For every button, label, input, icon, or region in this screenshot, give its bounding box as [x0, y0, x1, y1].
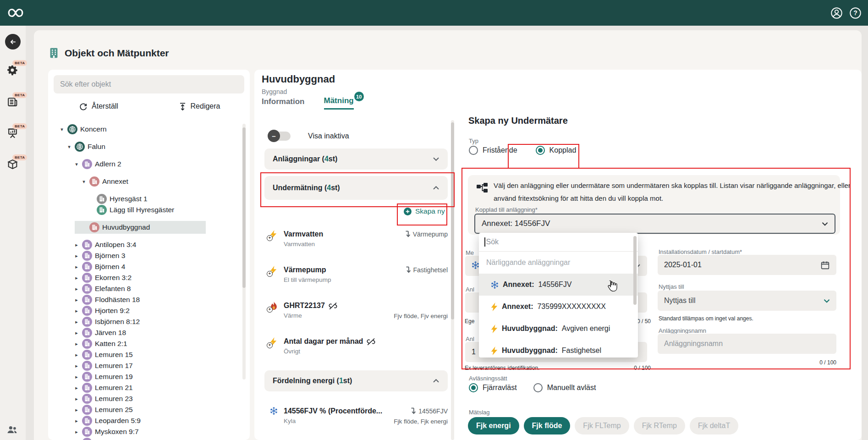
dropdown-option[interactable]: Huvudbyggnad: Fastighetsel: [479, 340, 638, 358]
accordion-anlaggningar[interactable]: Anläggningar (4 st): [264, 148, 448, 170]
tree-item-leoparden-5-9[interactable]: ▸Leoparden 5:9: [54, 415, 242, 426]
tree-item-lemuren-15[interactable]: ▸Lemuren 15: [54, 349, 242, 360]
meter-row[interactable]: +VarmvattenVarmvattenVärmepump: [262, 227, 450, 263]
rail-item-1[interactable]: BETA: [7, 64, 19, 76]
caret-right-icon[interactable]: ▸: [74, 352, 79, 358]
people-icon[interactable]: [6, 424, 18, 437]
detail-scrollbar[interactable]: [451, 120, 454, 440]
back-button[interactable]: [5, 34, 21, 50]
caret-down-icon[interactable]: ▾: [59, 126, 65, 132]
info-line-2: använd fritextsökning för att hitta den …: [494, 194, 663, 202]
dropdown-option[interactable]: Annexet: 735999XXXXXXXXX: [479, 296, 638, 318]
caret-right-icon[interactable]: ▸: [74, 407, 79, 413]
dropdown-scrollbar[interactable]: [633, 235, 637, 355]
edit-button[interactable]: Redigera: [149, 99, 250, 114]
meter-parent-label: 14556FJV: [418, 407, 448, 415]
caret-right-icon[interactable]: ▸: [74, 330, 79, 336]
show-inactive-toggle[interactable]: –: [269, 132, 291, 141]
globe-icon: [75, 142, 85, 152]
tree-item-koncern[interactable]: ▾Koncern: [54, 124, 242, 135]
account-icon[interactable]: [830, 7, 843, 19]
meter-row[interactable]: +GHRT22137VärmeFjv flöde, Fjv energi: [262, 299, 450, 335]
tree-item-label: Flodhästen 18: [95, 296, 140, 304]
accordion-fordelning-energi[interactable]: Fördelning energi (1 st): [264, 370, 448, 391]
infinity-logo[interactable]: [7, 8, 24, 18]
caret-right-icon[interactable]: ▸: [74, 297, 79, 303]
chip-fjk-deltat[interactable]: Fjk deltaT: [690, 417, 738, 434]
dropdown-search-input[interactable]: Sök: [479, 233, 638, 252]
tab-information[interactable]: Information: [262, 96, 305, 110]
radio-reading-fj-rravl-st[interactable]: Fjärravläst: [469, 383, 517, 392]
caret-right-icon[interactable]: ▸: [74, 418, 79, 424]
caret-right-icon[interactable]: ▸: [74, 385, 79, 391]
caret-right-icon[interactable]: ▸: [74, 363, 79, 369]
tree-item-falun[interactable]: ▾Falun: [54, 141, 242, 152]
connect-select[interactable]: Annexet: 14556FJV: [474, 214, 835, 234]
tree-item-myskoxen-9-7[interactable]: ▸Myskoxen 9:7: [54, 426, 242, 437]
tree-scrollbar[interactable]: [242, 124, 246, 380]
flame-plus-icon: +: [270, 302, 279, 311]
tab-mätning[interactable]: Mätning10: [324, 96, 354, 110]
tree-item-isbj-rnen-8-12[interactable]: ▸Isbjörnen 8:12: [54, 316, 242, 327]
caret-right-icon[interactable]: ▸: [74, 374, 79, 380]
calendar-icon[interactable]: [820, 260, 830, 270]
meter-title: GHRT22137: [284, 302, 337, 310]
chip-fjk-energi[interactable]: Fjk energi: [468, 417, 519, 434]
accordion-undermatning[interactable]: Undermätning (4 st): [264, 176, 448, 200]
radio-type-kopplad[interactable]: Kopplad: [536, 146, 577, 155]
tree-item-antilopen-3-4[interactable]: ▸Antilopen 3:4: [54, 239, 242, 250]
use-until-select[interactable]: Nyttjas till: [658, 291, 836, 311]
tree-item-lemuren-19[interactable]: ▸Lemuren 19: [54, 371, 242, 382]
tree-item-annexet[interactable]: ▾Annexet: [54, 176, 242, 187]
tree-item-elefanten-8[interactable]: ▸Elefanten 8: [54, 283, 242, 294]
radio-reading-manuellt-avl-st[interactable]: Manuellt avläst: [533, 383, 596, 392]
caret-down-icon[interactable]: ▾: [81, 179, 87, 185]
tree-item-flodh-sten-18[interactable]: ▸Flodhästen 18: [54, 294, 242, 305]
caret-right-icon[interactable]: ▸: [74, 275, 79, 281]
caret-right-icon[interactable]: ▸: [74, 319, 79, 325]
globe-icon: [67, 124, 77, 134]
tree-item-katten-2-1[interactable]: ▸Katten 2:1: [54, 338, 242, 349]
facility-name-input[interactable]: Anläggningsnamn: [658, 334, 836, 354]
tree-item-lemuren-21[interactable]: ▸Lemuren 21: [54, 382, 242, 393]
chip-fjk-rtemp[interactable]: Fjk RTemp: [634, 417, 685, 434]
caret-right-icon[interactable]: ▸: [74, 286, 79, 292]
tree-item-huvudbyggnad[interactable]: Huvudbyggnad: [54, 222, 242, 233]
tree-item-bj-rnen-4[interactable]: ▸Björnen 4: [54, 261, 242, 272]
meter-row[interactable]: +Antal dagar per månadÖvrigt: [262, 335, 450, 370]
tree-item-adlern-2[interactable]: ▾Adlern 2: [54, 159, 242, 170]
rail-item-4[interactable]: BETA: [7, 159, 19, 170]
tree-item[interactable]: ▸: [54, 437, 242, 440]
tree-item-l-gg-till-hyresg-ster[interactable]: Lägg till Hyresgäster: [54, 204, 242, 215]
caret-right-icon[interactable]: ▸: [74, 396, 79, 402]
install-date-input[interactable]: 2025-01-01: [658, 255, 836, 275]
caret-down-icon[interactable]: ▾: [66, 144, 72, 150]
tree-item-lemuren-17[interactable]: ▸Lemuren 17: [54, 360, 242, 371]
tree-item-hyresg-st-1[interactable]: Hyresgäst 1: [54, 193, 242, 204]
tree-item-bj-rnen-3[interactable]: ▸Björnen 3: [54, 250, 242, 261]
rail-item-2[interactable]: BETA: [7, 96, 19, 108]
caret-down-icon[interactable]: ▾: [74, 161, 79, 167]
tree-item-hjorten-9-2[interactable]: ▸Hjorten 9:2: [54, 305, 242, 316]
meter-row[interactable]: +VärmepumpEl till värmepumpFastighetsel: [262, 263, 450, 299]
caret-right-icon[interactable]: ▸: [74, 341, 79, 347]
caret-right-icon[interactable]: ▸: [74, 253, 79, 259]
caret-right-icon[interactable]: ▸: [74, 429, 79, 435]
dropdown-option[interactable]: Huvudbyggnad: Avgiven energi: [479, 318, 638, 340]
radio-type-frist-ende[interactable]: Fristående: [469, 146, 517, 155]
chip-fjk-fl-de[interactable]: Fjk flöde: [524, 417, 571, 434]
caret-right-icon[interactable]: ▸: [74, 242, 79, 248]
meter-row[interactable]: 14556FJV % (Procentförde...Kyla14556FJVF…: [262, 404, 450, 440]
search-input[interactable]: Sök efter objekt: [54, 75, 244, 94]
tree-item-j-rven-18[interactable]: ▸Järven 18: [54, 327, 242, 338]
caret-right-icon[interactable]: ▸: [74, 264, 79, 270]
tree-item-lemuren-25[interactable]: ▸Lemuren 25: [54, 404, 242, 415]
help-icon[interactable]: ?: [849, 7, 862, 19]
chip-fjk-fltemp[interactable]: Fjk FLTemp: [575, 417, 629, 434]
rail-item-3[interactable]: BETA: [7, 127, 19, 139]
tree-item-ekorren-3-2[interactable]: ▸Ekorren 3:2: [54, 272, 242, 283]
reset-button[interactable]: Återställ: [48, 99, 149, 114]
create-new-button[interactable]: Skapa ny: [401, 207, 448, 216]
caret-right-icon[interactable]: ▸: [74, 308, 79, 314]
tree-item-lemuren-23[interactable]: ▸Lemuren 23: [54, 393, 242, 404]
